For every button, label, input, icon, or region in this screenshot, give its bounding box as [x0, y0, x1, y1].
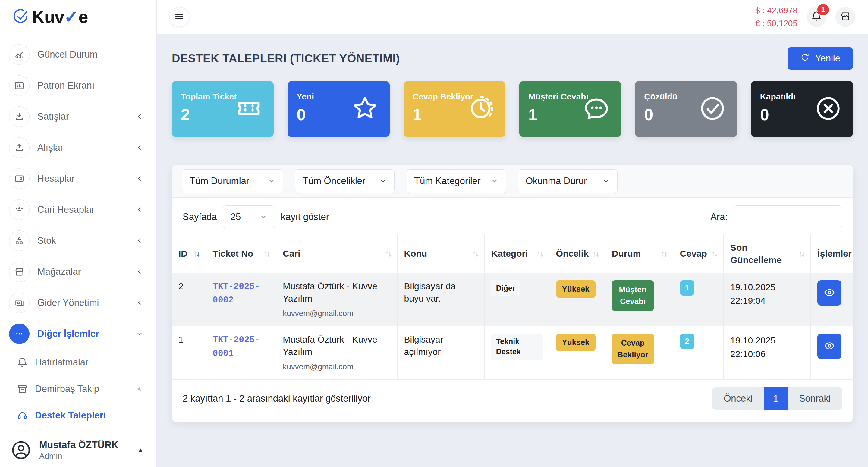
sort-arrows-icon[interactable]: ↑↓	[711, 249, 717, 258]
money-icon	[14, 298, 24, 308]
sort-arrows-icon[interactable]: ↑↓	[537, 249, 542, 258]
cell-updated: 19.10.2025 22:19:04	[724, 273, 811, 326]
column-header[interactable]: Son Güncelleme ↑↓	[724, 235, 811, 273]
column-header[interactable]: Cari ↑↓	[276, 235, 397, 273]
sidebar-item[interactable]: Diğer İşlemler	[0, 318, 156, 349]
check-circle-logo-icon	[12, 8, 29, 25]
filter-select[interactable]: Tüm Öncelikler	[295, 169, 395, 193]
sidebar: Kuv✓e Güncel Durum Patron Ekranı Satışla…	[0, 0, 157, 467]
sidebar-item[interactable]: Alışlar	[0, 132, 156, 163]
sort-arrows-icon[interactable]: ↑↓	[472, 249, 478, 258]
filter-select[interactable]: Okunma Durumu	[518, 169, 618, 193]
notifications-button[interactable]: 1	[807, 7, 827, 27]
caret-up-icon: ▲	[137, 446, 144, 454]
tickets-table: ID ↑↓ Ticket No ↑↓ Cari ↑↓	[172, 235, 853, 380]
table-row: 1 TKT-2025-0001 Mustafa Öztürk - Kuvve Y…	[172, 326, 853, 380]
view-ticket-button[interactable]	[817, 280, 841, 306]
stat-card: Yeni 0	[287, 81, 390, 137]
filter-select[interactable]: Tüm Kategoriler	[407, 169, 506, 193]
cell-updated: 19.10.2025 22:10:06	[724, 326, 811, 380]
column-header[interactable]: Konu ↑↓	[397, 235, 484, 273]
sidebar-item[interactable]: Mağazalar	[0, 256, 156, 287]
hamburger-menu-button[interactable]	[169, 7, 189, 27]
column-header[interactable]: Ticket No ↑↓	[206, 235, 276, 273]
pagination-current-page[interactable]: 1	[764, 387, 787, 410]
sidebar-item[interactable]: Hesaplar	[0, 163, 156, 194]
sidebar-item[interactable]: Stok	[0, 225, 156, 256]
sidebar-item[interactable]: Satışlar	[0, 101, 156, 132]
sort-arrows-icon[interactable]: ↑↓	[194, 249, 199, 258]
filter-select-value: Okunma Durumu	[526, 176, 587, 187]
tickets-panel: Tüm Durumlar Tüm Öncelikler Tüm Kategori…	[172, 165, 853, 422]
status-badge: Cevap Bekliyor	[612, 334, 654, 364]
filter-select-value: Tüm Öncelikler	[303, 176, 365, 187]
eye-icon	[824, 340, 835, 352]
sidebar-item[interactable]: Gider Yönetimi	[0, 287, 156, 318]
stat-card: Müşteri Cevabı 1	[519, 81, 621, 137]
sidebar-item[interactable]: Cari Hesaplar	[0, 194, 156, 225]
sort-arrows-icon[interactable]: ↑↓	[593, 249, 598, 258]
chevron-left-icon	[135, 113, 144, 121]
column-header[interactable]: Durum ↑↓	[605, 235, 673, 273]
chevron-left-icon	[135, 175, 144, 183]
pagination-next[interactable]: Sonraki	[787, 387, 842, 410]
sidebar-item-label: Mağazalar	[37, 266, 135, 277]
search-input[interactable]	[734, 206, 842, 228]
column-header[interactable]: Cevap ↑↓	[673, 235, 723, 273]
refresh-icon	[800, 53, 810, 64]
stat-card: Cevap Bekliyor 1	[404, 81, 505, 137]
wallet-icon	[14, 174, 24, 184]
sort-arrows-icon[interactable]: ↑↓	[661, 249, 666, 258]
chevron-down-icon	[379, 177, 387, 185]
ticket-link[interactable]: TKT-2025-0001	[213, 334, 270, 361]
user-menu[interactable]: Mustafa ÖZTÜRK Admin ▲	[0, 433, 156, 467]
sidebar-item-label: Diğer İşlemler	[37, 329, 135, 339]
filter-bar: Tüm Durumlar Tüm Öncelikler Tüm Kategori…	[172, 165, 853, 198]
cell-id: 2	[172, 273, 206, 326]
sort-arrows-icon[interactable]: ↑↓	[385, 249, 391, 258]
archive-icon	[17, 383, 28, 394]
avatar-icon	[11, 440, 31, 460]
view-ticket-button[interactable]	[817, 334, 841, 359]
chevron-left-icon	[135, 206, 144, 214]
sidebar-subitem[interactable]: Hatırlatmalar	[0, 349, 156, 376]
column-header[interactable]: Kategori ↑↓	[484, 235, 549, 273]
cell-cevap: 2	[673, 326, 723, 380]
refresh-button[interactable]: Yenile	[787, 47, 853, 70]
column-header[interactable]: İşlemler ↑↓	[811, 235, 853, 273]
cell-oncelik: Yüksek	[549, 326, 605, 380]
brand-logo[interactable]: Kuv✓e	[0, 0, 156, 34]
sidebar-item-label: Patron Ekranı	[37, 80, 144, 91]
dots-icon	[14, 329, 24, 339]
column-header[interactable]: Öncelik ↑↓	[549, 235, 605, 273]
sidebar-subitem[interactable]: Demirbaş Takip	[0, 376, 156, 402]
usd-rate: $ : 42,6978	[755, 4, 798, 17]
table-header-row: ID ↑↓ Ticket No ↑↓ Cari ↑↓	[172, 235, 853, 273]
sidebar-item-label: Hesaplar	[37, 173, 135, 184]
sidebar-item-label: Cari Hesaplar	[37, 204, 135, 215]
clock-icon	[466, 94, 495, 124]
page-size-select[interactable]: 25	[223, 206, 275, 228]
sidebar-item[interactable]: Patron Ekranı	[0, 70, 156, 101]
pagination: Önceki 1 Sonraki	[712, 387, 842, 410]
reply-count-badge: 1	[680, 280, 694, 295]
sort-arrows-icon[interactable]: ↑↓	[798, 249, 804, 258]
cell-konu: Bilgisayar açılmıyor	[397, 326, 484, 380]
table-row: 2 TKT-2025-0002 Mustafa Öztürk - Kuvve Y…	[172, 273, 853, 326]
column-header[interactable]: ID ↑↓	[172, 235, 206, 273]
filter-select[interactable]: Tüm Durumlar	[182, 169, 283, 193]
pagination-prev[interactable]: Önceki	[712, 387, 764, 410]
sidebar-item[interactable]: Güncel Durum	[0, 39, 156, 70]
sidebar-menu: Güncel Durum Patron Ekranı Satışlar Alış…	[0, 34, 156, 433]
notification-badge: 1	[817, 4, 829, 15]
sort-arrows-icon[interactable]: ↑↓	[264, 249, 269, 258]
shapes-icon	[14, 236, 24, 246]
category-badge: Diğer	[491, 280, 520, 297]
priority-badge: Yüksek	[556, 334, 595, 351]
ticket-link[interactable]: TKT-2025-0002	[213, 280, 270, 307]
store-button[interactable]	[835, 7, 855, 27]
chevron-down-icon	[491, 177, 498, 185]
sidebar-subitem[interactable]: Destek Talepleri	[0, 402, 156, 429]
sidebar-item-label: Satışlar	[37, 111, 135, 122]
cell-kategori: Teknik Destek	[484, 326, 549, 380]
